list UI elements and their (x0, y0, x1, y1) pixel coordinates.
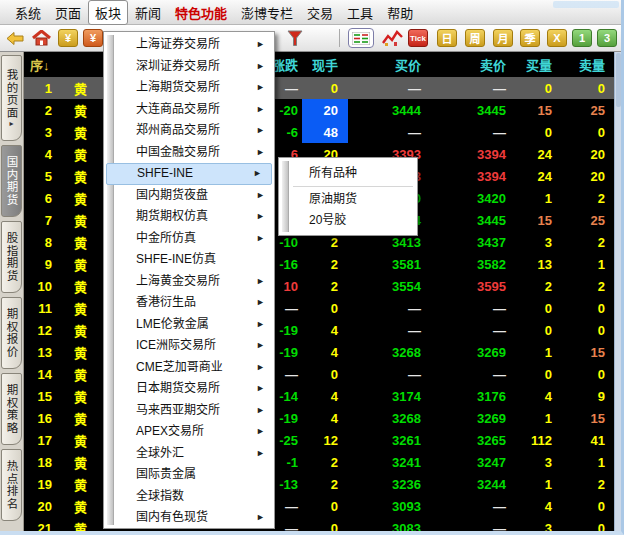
menu-item-期货期权仿真[interactable]: 期货期权仿真► (104, 206, 274, 228)
menu-item-全球指数[interactable]: 全球指数 (104, 486, 274, 508)
back-icon[interactable] (6, 31, 24, 46)
cell-volume: 4 (302, 323, 348, 338)
col-header-index[interactable]: 序↓ (24, 55, 62, 74)
period-icon-X[interactable]: X (547, 29, 567, 47)
submenu-arrow-icon: ► (256, 314, 265, 336)
sidebar-tab-期权报价[interactable]: 期权报价 (1, 297, 22, 369)
cell-volume: 4 (302, 345, 348, 360)
sidebar-tab-我的页面[interactable]: 我的页面▸ (1, 55, 22, 141)
background-window-artifact (553, 1, 619, 8)
menubar-item-页面[interactable]: 页面 (48, 0, 88, 25)
cell-ask: 3394 (433, 169, 518, 184)
menu-item-中国金融交易所[interactable]: 中国金融交易所► (104, 142, 274, 164)
menubar-item-板块[interactable]: 板块 (88, 0, 128, 25)
period-icon-周[interactable]: 周 (465, 29, 485, 47)
menu-item-LME伦敦金属[interactable]: LME伦敦金属► (104, 314, 274, 336)
menu-item-马来西亚期交所[interactable]: 马来西亚期交所► (104, 400, 274, 422)
cell-bid-qty: 1 (518, 345, 564, 360)
menu-item-中金所仿真[interactable]: 中金所仿真► (104, 228, 274, 250)
menu-item-全球外汇[interactable]: 全球外汇► (104, 443, 274, 465)
main-content: 我的页面▸国内期货股指期货期权报价期权策略热点排名 序↓ 涨跌 现手 买价 卖价… (0, 52, 621, 531)
cell-bid: 3413 (348, 235, 433, 250)
menu-item-日本期货交易所[interactable]: 日本期货交易所► (104, 378, 274, 400)
menubar-item-工具[interactable]: 工具 (340, 0, 380, 25)
cell-volume: 2 (302, 477, 348, 492)
period-icon-1[interactable]: 1 (572, 29, 592, 47)
menu-item-大连商品交易所[interactable]: 大连商品交易所► (104, 99, 274, 121)
menu-item-深圳证券交易所[interactable]: 深圳证券交易所► (104, 56, 274, 78)
cell-bid-qty: 0 (518, 301, 564, 316)
menubar-item-新闻[interactable]: 新闻 (128, 0, 168, 25)
menubar-item-澎博专栏[interactable]: 澎博专栏 (234, 0, 300, 25)
col-header-volume[interactable]: 现手 (302, 55, 348, 74)
menu-item-CME芝加哥商业[interactable]: CME芝加哥商业► (104, 357, 274, 379)
cell-ask-qty: 2 (564, 279, 617, 294)
cell-ask: — (433, 301, 518, 316)
cell-ask-qty: 0 (564, 301, 617, 316)
menu-item-国内期货夜盘[interactable]: 国内期货夜盘► (104, 185, 274, 207)
cell-ask-qty: 20 (564, 169, 617, 184)
menu-item-国际贵金属[interactable]: 国际贵金属 (104, 464, 274, 486)
menu-item-上海期货交易所[interactable]: 上海期货交易所► (104, 77, 274, 99)
cell-ask-qty: 25 (564, 103, 617, 118)
cell-ask: 3244 (433, 477, 518, 492)
menu-item-郑州商品交易所[interactable]: 郑州商品交易所► (104, 120, 274, 142)
cell-ask-qty: 0 (564, 81, 617, 96)
cell-ask-qty: 2 (564, 191, 617, 206)
col-header-ask[interactable]: 卖价 (433, 55, 518, 74)
cell-index: 10 (24, 279, 62, 294)
cell-volume: 0 (302, 499, 348, 514)
funds-icon[interactable]: ¥ (58, 29, 78, 47)
menu-item-SHFE-INE[interactable]: SHFE-INE► (106, 163, 272, 185)
sidebar-tab-国内期货[interactable]: 国内期货 (1, 145, 22, 217)
submenu-item-原油期货[interactable]: 原油期货 (279, 189, 417, 210)
money-icon[interactable]: ¥ (83, 29, 103, 47)
menu-item-国内有色现货[interactable]: 国内有色现货► (104, 507, 274, 529)
menubar-item-特色功能[interactable]: 特色功能 (168, 0, 234, 25)
period-icon-日[interactable]: 日 (437, 29, 457, 47)
sidebar-tab-热点排名[interactable]: 热点排名 (1, 449, 22, 521)
cell-volume: 12 (302, 433, 348, 448)
col-header-ask-qty[interactable]: 卖量 (564, 55, 617, 74)
scrollbar-thumb[interactable] (616, 53, 621, 107)
cell-index: 9 (24, 257, 62, 272)
cell-ask: 3445 (433, 213, 518, 228)
cell-volume: 0 (302, 367, 348, 382)
cell-volume: 0 (302, 81, 348, 96)
menubar-item-系统[interactable]: 系统 (8, 0, 48, 25)
col-header-bid[interactable]: 买价 (348, 55, 433, 74)
submenu-arrow-icon: ► (256, 77, 265, 99)
col-header-bid-qty[interactable]: 买量 (518, 55, 564, 74)
menu-item-上海黄金交易所[interactable]: 上海黄金交易所► (104, 271, 274, 293)
chart-view-icon[interactable] (382, 30, 403, 47)
menu-item-ICE洲际交易所[interactable]: ICE洲际交易所► (104, 335, 274, 357)
cell-ask-qty: 0 (564, 323, 617, 338)
cell-index: 13 (24, 345, 62, 360)
period-icon-月[interactable]: 月 (493, 29, 513, 47)
home-icon[interactable] (32, 30, 51, 46)
menubar-item-帮助[interactable]: 帮助 (380, 0, 420, 25)
cell-index: 14 (24, 367, 62, 382)
submenu-item-20号胶[interactable]: 20号胶 (279, 210, 417, 231)
menu-item-SHFE-INE仿真[interactable]: SHFE-INE仿真 (104, 249, 274, 271)
menu-item-上海证券交易所[interactable]: 上海证券交易所► (104, 34, 274, 56)
cell-index: 11 (24, 301, 62, 316)
menu-item-香港衍生品[interactable]: 香港衍生品► (104, 292, 274, 314)
filter-funnel-icon[interactable] (287, 30, 303, 47)
menubar-item-交易[interactable]: 交易 (300, 0, 340, 25)
period-icon-季[interactable]: 季 (520, 29, 540, 47)
submenu-item-所有品种[interactable]: 所有品种 (279, 163, 417, 184)
vertical-scrollbar[interactable] (614, 52, 621, 531)
cell-ask: — (433, 81, 518, 96)
submenu-arrow-icon: ► (256, 34, 265, 56)
menu-item-APEX交易所[interactable]: APEX交易所► (104, 421, 274, 443)
submenu-arrow-icon: ► (256, 228, 265, 250)
submenu-arrow-icon: ► (256, 120, 265, 142)
cell-bid-qty: 1 (518, 411, 564, 426)
sidebar-tab-股指期货[interactable]: 股指期货 (1, 221, 22, 293)
tick-chart-icon[interactable]: Tick (408, 29, 428, 47)
quote-table-view-icon[interactable] (348, 28, 374, 48)
cell-index: 21 (24, 521, 62, 532)
period-icon-3[interactable]: 3 (597, 29, 617, 47)
sidebar-tab-期权策略[interactable]: 期权策略 (1, 373, 22, 445)
